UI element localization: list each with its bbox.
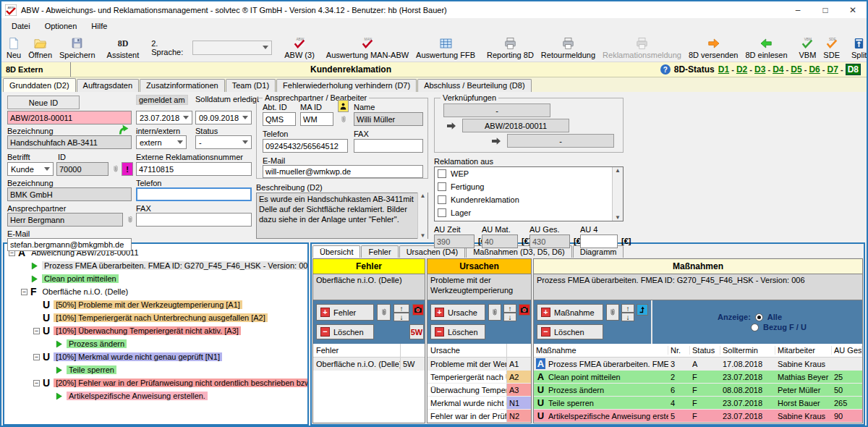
panel-tab-fehler[interactable]: Fehler [361, 245, 398, 258]
au-field-0[interactable]: 390 [434, 234, 475, 248]
bearbeiter-name-field[interactable]: Willi Müller [354, 112, 423, 126]
solldatum-date[interactable]: 09.09.2018 [195, 111, 252, 124]
tree-expander-icon[interactable]: − [33, 380, 40, 386]
toolbar-reporting-8d-button[interactable]: Reporting 8D [483, 33, 537, 62]
ma-id-field[interactable]: WM [300, 112, 333, 126]
beschreibung-scrollbar[interactable]: ▲▼ [417, 193, 427, 239]
status-link-d7[interactable]: D7 [827, 64, 838, 75]
tree-item[interactable]: Teile sperren [6, 363, 306, 376]
column-header-nr-[interactable]: Nr. [668, 346, 690, 355]
column-header-au-ges-[interactable]: AU Ges. [€] [832, 346, 862, 355]
massnahme-row[interactable]: UTeile sperren4F23.07.2018Horst Bauer265 [534, 397, 862, 410]
intern-extern-select[interactable]: extern [136, 135, 187, 149]
list-item[interactable]: Überwachung Temperierg...A3 [427, 384, 531, 397]
betrifft-select[interactable]: Kunde [7, 162, 54, 176]
menu-datei[interactable]: Datei [4, 20, 38, 33]
warning-button[interactable]: ! [122, 162, 133, 176]
close-button[interactable]: ✕ [839, 1, 867, 18]
massnahme-row[interactable]: AProzess FMEA überarbeiten. FMEA I...3A1… [534, 358, 862, 371]
move-down-button[interactable]: ↓ [503, 313, 516, 321]
reklamation-aus-listbox[interactable]: WEPFertigungKundenreklamationLager ▲▼ [434, 166, 624, 221]
tab-grunddaten-d2-[interactable]: Grunddaten (D2) [3, 78, 76, 92]
status-select[interactable]: - [195, 135, 252, 149]
tree-item[interactable]: Prozess ändern [6, 337, 306, 350]
tab-fehlerwiederholung-verhindern-d7-[interactable]: Fehlerwiederholung verhindern (D7) [276, 79, 417, 92]
status-link-d1[interactable]: D1 [718, 64, 729, 75]
fax-field[interactable] [136, 213, 252, 227]
column-header-solltermin[interactable]: Solltermin [720, 346, 775, 355]
radio-alle-label[interactable]: Alle [767, 313, 782, 321]
radio-alle[interactable] [755, 313, 763, 321]
toolbar-retourmeldung-button[interactable]: Retourmeldung [537, 33, 599, 62]
column-header-status[interactable]: Status [690, 346, 720, 355]
delete-ursache-button[interactable]: −Löschen [430, 324, 485, 339]
checkbox[interactable] [438, 208, 446, 217]
move-down-button[interactable]: ↓ [621, 313, 634, 321]
toolbar-8d-versenden-button[interactable]: 8D versenden [685, 33, 742, 62]
ursachen-list-header[interactable]: Ursache [427, 346, 506, 355]
status-link-d5[interactable]: D5 [791, 64, 801, 75]
tree-expander-icon[interactable]: − [33, 328, 40, 334]
list-item[interactable]: Oberfläche n.i.O. (Delle)5W [313, 358, 425, 371]
externe-nr-field[interactable]: 47110815 [136, 162, 252, 176]
listbox-scrollbar[interactable]: ▲▼ [612, 167, 623, 221]
toolbar--ffnen-button[interactable]: Öffnen [25, 33, 56, 62]
bearbeiter-fax-field[interactable] [354, 139, 423, 153]
verknuepfung-top-field[interactable]: - [443, 103, 550, 117]
ansprechpartner-field[interactable]: Herr Bergmann [7, 213, 123, 227]
delete-massnahme-button[interactable]: −Löschen [537, 324, 603, 339]
person-icon[interactable] [338, 100, 349, 112]
toolbar-abw-3--button[interactable]: ABWABW (3) [281, 33, 318, 62]
tab-abschluss-beurteilung-d8-[interactable]: Abschluss / Beurteilung (D8) [417, 79, 531, 92]
paperclip-icon[interactable] [338, 114, 349, 126]
toolbar-auswertung-ffb-button[interactable]: Auswertung FFB [412, 33, 479, 62]
verknuepfung-current-field[interactable]: ABW/2018-00011 [462, 119, 569, 132]
attach-button[interactable] [377, 304, 391, 321]
tab-team-d1-[interactable]: Team (D1) [226, 79, 276, 92]
email-field[interactable]: stefan.bergmann@bmkgmbh.de [7, 238, 132, 251]
tree-item[interactable]: Clean point mitteilen [6, 272, 306, 285]
checkbox[interactable] [438, 169, 446, 178]
add-fehler-button[interactable]: +Fehler [316, 304, 374, 321]
checkbox[interactable] [438, 195, 446, 204]
status-link-d4[interactable]: D4 [773, 64, 783, 75]
move-up-button[interactable]: ↑ [393, 304, 409, 313]
camera-button[interactable] [519, 304, 530, 316]
tree-item[interactable]: −U[10%] Merkmal wurde nicht genau geprüf… [6, 350, 306, 363]
telefon-field[interactable] [136, 187, 252, 201]
panel-tab--bersicht[interactable]: Übersicht [312, 245, 360, 258]
bearbeiter-email-field[interactable]: will-mueller@wmkwp.de [263, 165, 423, 178]
list-item[interactable]: Fehler war in der Prüfanwe...N2 [427, 410, 531, 423]
add-ursache-button[interactable]: +Ursache [430, 304, 485, 321]
toolbar-auswertung-man-abw-button[interactable]: MANAuswertung MAN-ABW [323, 33, 412, 62]
abt-id-field[interactable]: QMS [263, 112, 296, 126]
massnahme-row[interactable]: UProzess ändern6F08.08.2018Peter Müller5… [534, 384, 862, 397]
tree-item[interactable]: Prozess FMEA überarbeiten. FMEA ID: G270… [6, 259, 306, 272]
list-item[interactable]: Probleme mit der Werkzeu...A1 [427, 358, 531, 371]
tree-expander-icon[interactable]: − [21, 289, 27, 295]
status-link-d3[interactable]: D3 [754, 64, 765, 75]
tree-expander-icon[interactable]: − [33, 354, 40, 360]
move-down-button[interactable]: ↓ [393, 313, 409, 321]
delete-fehler-button[interactable]: −Löschen [316, 324, 374, 339]
toolbar-split-button[interactable]: Split [848, 33, 868, 62]
tree-item[interactable]: −FOberfläche n.i.O. (Delle) [6, 285, 306, 298]
checkbox-row-wep[interactable]: WEP [435, 167, 612, 180]
minimize-button[interactable]: – [784, 1, 812, 18]
abw-id-field[interactable]: ABW/2018-00011 [7, 111, 132, 124]
toolbar-vbm-button[interactable]: VBMVBM [796, 33, 820, 62]
checkbox-row-fertigung[interactable]: Fertigung [435, 180, 612, 193]
tree-item[interactable]: U[50%] Probleme mit der Werkzeugtemperie… [6, 298, 306, 311]
tab-auftragsdaten[interactable]: Auftragsdaten [77, 79, 140, 92]
au-field-2[interactable]: 430 [529, 234, 570, 248]
help-icon[interactable]: ? [660, 64, 671, 75]
tree-item[interactable]: −U[10%] Überwachung Temperiergerät nicht… [6, 324, 306, 337]
tree-item[interactable]: −U[20%] Fehler war in der Prüfanweisung … [6, 376, 306, 389]
column-header-mitarbeiter[interactable]: Mitarbeiter [775, 346, 832, 355]
bearbeiter-telefon-field[interactable]: 09245432/56564512 [263, 139, 348, 153]
radio-bezug[interactable] [751, 324, 759, 331]
radio-bezug-label[interactable]: Bezug F / U [763, 323, 807, 331]
massnahme-row[interactable]: AClean point mitteilen2F23.07.2018Mathia… [534, 371, 862, 384]
toolbar-sde-button[interactable]: SDESDE [820, 33, 843, 62]
checkbox-row-kundenreklamation[interactable]: Kundenreklamation [435, 193, 612, 206]
